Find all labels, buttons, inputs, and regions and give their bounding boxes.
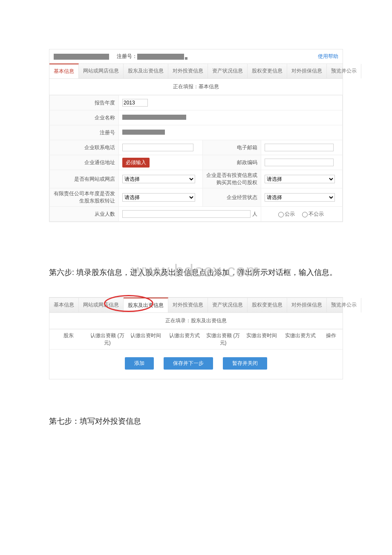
reg-no-label: 注册号： bbox=[117, 53, 137, 60]
tab-shareholder-info[interactable]: 股东及出资信息 bbox=[124, 64, 168, 78]
redacted-dot bbox=[185, 57, 187, 60]
save-close-button[interactable]: 暂存并关闭 bbox=[223, 357, 267, 370]
tab-investment-info[interactable]: 对外投资信息 bbox=[168, 64, 208, 78]
button-row: 添加 保存并下一步 暂存并关闭 bbox=[49, 350, 343, 379]
tab-guarantee-info[interactable]: 对外担保信息 bbox=[287, 64, 327, 78]
company-name-redacted bbox=[54, 54, 109, 60]
input-report-year[interactable] bbox=[122, 99, 148, 107]
input-phone[interactable] bbox=[122, 144, 193, 151]
step7-text: 第七步：填写对外投资信息 bbox=[49, 413, 343, 429]
th-paid-amount: 实缴出资额 (万元) bbox=[204, 330, 242, 350]
help-link[interactable]: 使用帮助 bbox=[318, 53, 338, 60]
section-subhead-2: 正在填录：股东及出资信息 bbox=[49, 313, 343, 329]
tab2-investment[interactable]: 对外投资信息 bbox=[168, 298, 208, 312]
step6-text: 第六步: 填录股东信息，进入股东及出资信息点击添加，弹出所示对话框，输入信息。 bbox=[49, 265, 343, 280]
radio-public-label[interactable]: 公示 bbox=[276, 211, 295, 217]
save-next-button[interactable]: 保存并下一步 bbox=[164, 357, 213, 370]
panel-header: 注册号： 使用帮助 bbox=[49, 49, 343, 64]
label-postcode: 邮政编码 bbox=[203, 155, 261, 170]
label-has-website: 是否有网站或网店 bbox=[50, 170, 119, 188]
reg-no-redacted bbox=[137, 54, 184, 60]
shareholder-table-header: 股东 认缴出资额 (万元) 认缴出资时间 认缴出资方式 实缴出资额 (万元) 实… bbox=[49, 329, 343, 350]
label-llc-transfer: 有限责任公司本年度是否发生股东股权转让 bbox=[50, 188, 119, 207]
tab2-preview[interactable]: 预览并公示 bbox=[327, 298, 361, 312]
tab2-guarantee[interactable]: 对外担保信息 bbox=[287, 298, 327, 312]
select-biz-status[interactable]: 请选择 bbox=[265, 193, 335, 202]
tab2-website[interactable]: 网站或网店信息 bbox=[79, 298, 124, 312]
th-subscribed-amount: 认缴出资额 (万元) bbox=[88, 330, 127, 350]
tab2-equity[interactable]: 股权变更信息 bbox=[248, 298, 287, 312]
th-subscribed-method: 认缴出资方式 bbox=[165, 330, 204, 350]
select-has-website[interactable]: 请选择 bbox=[122, 175, 195, 183]
required-badge: 必须输入 bbox=[122, 158, 150, 168]
label-employees: 从业人数 bbox=[50, 207, 119, 222]
th-paid-method: 实缴出资方式 bbox=[281, 330, 320, 350]
label-address: 企业通信地址 bbox=[50, 155, 119, 170]
tab2-asset[interactable]: 资产状况信息 bbox=[208, 298, 248, 312]
th-paid-date: 实缴出资时间 bbox=[242, 330, 281, 350]
label-phone: 企业联系电话 bbox=[50, 140, 119, 155]
th-subscribed-date: 认缴出资时间 bbox=[127, 330, 165, 350]
tab-equity-change[interactable]: 股权变更信息 bbox=[248, 64, 287, 78]
label-biz-status: 企业经营状态 bbox=[203, 188, 261, 207]
employees-unit: 人 bbox=[252, 211, 257, 218]
input-email[interactable] bbox=[265, 144, 334, 151]
input-postcode[interactable] bbox=[265, 159, 334, 166]
section-subhead: 正在填报：基本信息 bbox=[49, 79, 343, 95]
select-llc-transfer[interactable]: 请选择 bbox=[122, 193, 195, 202]
basic-info-form: 报告年度 企业名称 注册号 企业联系电话 电子邮箱 企业通信地址 必须输入 邮政… bbox=[49, 95, 343, 222]
input-employees[interactable] bbox=[122, 210, 251, 218]
label-has-invest: 企业是否有投资信息或购买其他公司股权 bbox=[203, 170, 261, 188]
company-name-value-redacted bbox=[122, 115, 186, 120]
label-email: 电子邮箱 bbox=[203, 140, 261, 155]
radio-private[interactable] bbox=[302, 212, 308, 217]
tab-basic-info[interactable]: 基本信息 bbox=[49, 64, 79, 78]
tab-bar: 基本信息 网站或网店信息 股东及出资信息 对外投资信息 资产状况信息 股权变更信… bbox=[49, 64, 343, 79]
add-button[interactable]: 添加 bbox=[125, 357, 154, 370]
select-has-invest[interactable]: 请选择 bbox=[265, 175, 335, 183]
tab-website-info[interactable]: 网站或网店信息 bbox=[79, 64, 124, 78]
tab-bar-2: 基本信息 网站或网店信息 股东及出资信息 对外投资信息 资产状况信息 股权变更信… bbox=[49, 298, 343, 313]
radio-public[interactable] bbox=[278, 212, 284, 217]
tab2-basic[interactable]: 基本信息 bbox=[49, 298, 79, 312]
form-panel-shareholder: 基本信息 网站或网店信息 股东及出资信息 对外投资信息 资产状况信息 股权变更信… bbox=[49, 297, 343, 379]
reg-no-value-redacted bbox=[122, 130, 165, 135]
radio-private-label[interactable]: 不公示 bbox=[300, 211, 324, 217]
label-company-name: 企业名称 bbox=[50, 110, 119, 125]
label-report-year: 报告年度 bbox=[50, 95, 119, 110]
th-action: 操作 bbox=[320, 330, 343, 350]
tab2-shareholder[interactable]: 股东及出资信息 bbox=[124, 298, 168, 312]
th-shareholder: 股东 bbox=[49, 330, 88, 350]
label-reg-no: 注册号 bbox=[50, 125, 119, 140]
form-panel-basic: 注册号： 使用帮助 基本信息 网站或网店信息 股东及出资信息 对外投资信息 资产… bbox=[49, 49, 343, 222]
tab-preview-publish[interactable]: 预览并公示 bbox=[327, 64, 361, 78]
tab-asset-info[interactable]: 资产状况信息 bbox=[208, 64, 248, 78]
